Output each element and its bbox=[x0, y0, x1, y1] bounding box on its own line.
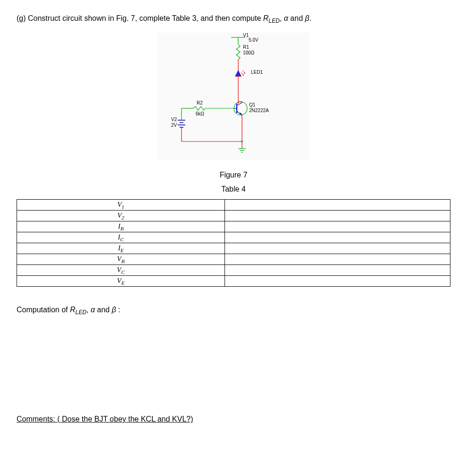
table-row: V1 bbox=[17, 200, 450, 211]
v2-value: 2V bbox=[171, 123, 177, 128]
row-value bbox=[225, 232, 450, 243]
led-label: LED1 bbox=[251, 70, 263, 75]
v1-value: 5.0V bbox=[249, 37, 259, 43]
prompt-text: (g) Construct circuit shown in Fig. 7, c… bbox=[17, 14, 263, 22]
q1-label: Q1 bbox=[249, 102, 255, 107]
r2-value: 6kΩ bbox=[196, 111, 204, 116]
comments-line: Comments: ( Dose the BJT obey the KCL an… bbox=[17, 415, 450, 423]
table-row: VC bbox=[17, 265, 450, 276]
r2-label: R2 bbox=[197, 100, 203, 106]
table-row: IC bbox=[17, 232, 450, 243]
table-row: VE bbox=[17, 276, 450, 287]
row-label: V2 bbox=[17, 211, 225, 221]
table-row: IE bbox=[17, 243, 450, 254]
row-label: IE bbox=[17, 243, 225, 254]
figure-caption: Figure 7 bbox=[17, 171, 450, 179]
row-label: IC bbox=[17, 232, 225, 243]
r-symbol: R bbox=[263, 14, 269, 22]
r-sub: LED bbox=[268, 18, 279, 24]
data-table: V1V2IBICIEVBVCVE bbox=[17, 199, 450, 287]
row-value bbox=[225, 211, 450, 221]
svg-line-7 bbox=[242, 71, 245, 73]
row-value bbox=[225, 221, 450, 232]
table-caption: Table 4 bbox=[17, 185, 450, 194]
row-value bbox=[225, 243, 450, 254]
svg-point-33 bbox=[241, 141, 243, 142]
table-row: V2 bbox=[17, 211, 450, 221]
schematic-svg bbox=[158, 33, 309, 160]
q1-value: 2N2222A bbox=[249, 108, 269, 113]
table-row: IB bbox=[17, 221, 450, 232]
table-row: VB bbox=[17, 254, 450, 265]
row-label: V1 bbox=[17, 200, 225, 211]
computation-heading: Computation of RLED, α and β : bbox=[17, 306, 450, 316]
svg-line-12 bbox=[237, 103, 242, 106]
row-label: VE bbox=[17, 276, 225, 287]
r1-value: 100Ω bbox=[243, 50, 254, 55]
v1-label: V1 bbox=[243, 33, 249, 38]
r1-label: R1 bbox=[243, 44, 249, 50]
row-value bbox=[225, 265, 450, 276]
row-value bbox=[225, 254, 450, 265]
question-prompt: (g) Construct circuit shown in Fig. 7, c… bbox=[17, 14, 450, 24]
figure-area: V1 5.0V R1 100Ω LED1 Q1 2N2222A R2 6kΩ V… bbox=[17, 33, 450, 194]
v2-label: V2 bbox=[171, 117, 177, 122]
row-value bbox=[225, 200, 450, 211]
row-label: VB bbox=[17, 254, 225, 265]
alpha-symbol: α bbox=[284, 14, 288, 22]
svg-marker-3 bbox=[235, 71, 241, 76]
row-label: IB bbox=[17, 221, 225, 232]
svg-line-5 bbox=[241, 72, 244, 75]
row-label: VC bbox=[17, 265, 225, 276]
circuit-schematic: V1 5.0V R1 100Ω LED1 Q1 2N2222A R2 6kΩ V… bbox=[158, 33, 309, 160]
row-value bbox=[225, 276, 450, 287]
